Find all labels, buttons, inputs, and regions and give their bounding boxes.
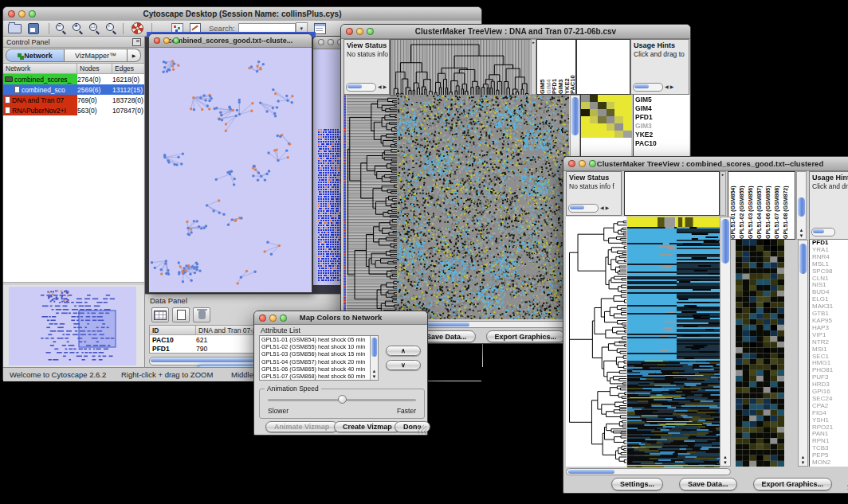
- matrix-cell[interactable]: [607, 102, 615, 109]
- dialog-titlebar[interactable]: Map Colors to Network: [254, 311, 427, 325]
- attribute-list-item[interactable]: GPL51-03 (GSM856) heat shock 15 min: [260, 350, 378, 357]
- heatmap-hscrollbar[interactable]: [566, 468, 731, 475]
- minimize-icon[interactable]: [579, 160, 586, 167]
- matrix-cell[interactable]: [614, 131, 623, 138]
- gene-label[interactable]: BUD4: [812, 289, 848, 296]
- minimize-icon[interactable]: [328, 39, 334, 45]
- matrix-cell[interactable]: [590, 102, 599, 109]
- id-column-header[interactable]: ID: [150, 326, 196, 335]
- column-labels-scrollbar[interactable]: ▲▼: [796, 171, 807, 240]
- create-vizmap-button[interactable]: Create Vizmap: [334, 421, 401, 432]
- gene-label[interactable]: GPI16: [812, 389, 848, 396]
- scroll-left-icon[interactable]: ◀: [600, 205, 604, 212]
- matrix-cell[interactable]: [598, 131, 607, 138]
- main-title-bar[interactable]: Cytoscape Desktop (Session Name: collins…: [3, 7, 481, 21]
- tab-network[interactable]: Network: [6, 49, 65, 62]
- array-column-label[interactable]: GPL51-06 (GSM865): [765, 172, 774, 239]
- gene-label[interactable]: NIS1: [812, 282, 848, 289]
- select-attributes-button[interactable]: [151, 307, 169, 322]
- matrix-cell[interactable]: [598, 102, 607, 109]
- treeview-button[interactable]: Settings...: [611, 478, 663, 490]
- matrix-cell[interactable]: [581, 123, 590, 131]
- close-icon[interactable]: [346, 28, 353, 35]
- hints-scrollbar[interactable]: [811, 228, 835, 236]
- splitter-strip[interactable]: ▸: [720, 171, 726, 216]
- attribute-list-item[interactable]: GPL51-02 (GSM855) heat shock 10 min: [260, 343, 378, 350]
- matrix-cell[interactable]: [590, 109, 599, 116]
- matrix-cell[interactable]: [598, 116, 607, 123]
- gene-label[interactable]: MON2: [812, 459, 848, 467]
- gene-label[interactable]: YSH1: [812, 417, 848, 424]
- scroll-up-icon[interactable]: ▲: [723, 455, 728, 459]
- matrix-cell[interactable]: [614, 102, 623, 109]
- matrix-cell[interactable]: [581, 109, 590, 116]
- gene-label[interactable]: SPC98: [812, 268, 848, 275]
- matrix-cell[interactable]: [607, 109, 615, 116]
- gene-label[interactable]: PUF3: [812, 374, 848, 381]
- scroll-down-icon[interactable]: ▼: [801, 460, 806, 465]
- gene-label[interactable]: PEP5: [812, 452, 848, 459]
- save-session-icon[interactable]: [28, 23, 39, 34]
- scroll-up-icon[interactable]: ▲: [801, 455, 806, 459]
- status-scrollbar[interactable]: [346, 83, 376, 92]
- heatmap-vscrollbar[interactable]: ▲▼: [720, 217, 731, 467]
- similarity-matrix[interactable]: [581, 95, 632, 138]
- network-tree-row[interactable]: combined_sco 2569(6) 13112(15): [3, 84, 144, 95]
- gene-label[interactable]: MSL1: [812, 261, 848, 268]
- zoom-selected-icon[interactable]: □: [89, 23, 100, 33]
- tab-vizmapper[interactable]: VizMapper™: [65, 49, 128, 62]
- scroll-right-icon[interactable]: ▶: [670, 84, 674, 91]
- array-column-label[interactable]: GPL51-04 (GSM857): [756, 172, 765, 239]
- treeview-button[interactable]: Save Data...: [679, 478, 737, 490]
- scroll-up-icon[interactable]: ▲: [372, 369, 377, 373]
- treeview-button[interactable]: Export Graphics...: [486, 330, 566, 342]
- gene-label[interactable]: RPN1: [812, 438, 848, 445]
- matrix-cell[interactable]: [614, 123, 623, 131]
- gene-label[interactable]: RPO21: [812, 424, 848, 432]
- column-header-nodes[interactable]: Nodes: [77, 64, 112, 74]
- gene-label[interactable]: MSI1: [812, 346, 848, 354]
- zoom-vscrollbar[interactable]: ▲▼: [798, 240, 808, 467]
- open-session-icon[interactable]: [8, 24, 22, 33]
- treeview2-titlebar[interactable]: ClusterMaker TreeView : combined_scores_…: [563, 157, 848, 171]
- array-column-label[interactable]: GPL51-01 (GSM854): [730, 172, 739, 239]
- animate-vizmap-button[interactable]: Animate Vizmap: [265, 421, 338, 432]
- move-up-button[interactable]: ∧: [386, 346, 421, 356]
- scroll-left-icon[interactable]: ◀: [378, 84, 382, 91]
- gene-label[interactable]: CLN1: [812, 275, 848, 283]
- close-icon[interactable]: [318, 39, 324, 45]
- zoom-fit-icon[interactable]: ▫: [106, 23, 116, 33]
- matrix-cell[interactable]: [614, 116, 623, 123]
- close-icon[interactable]: [154, 37, 160, 44]
- gene-label[interactable]: HRD3: [812, 381, 848, 389]
- matrix-row-label[interactable]: YKE2: [635, 131, 689, 139]
- matrix-row-label[interactable]: GIM3: [635, 122, 689, 131]
- matrix-cell[interactable]: [581, 131, 590, 138]
- attribute-list-scrollbar[interactable]: ▲▼: [370, 336, 378, 380]
- speed-slider-thumb[interactable]: [338, 395, 347, 404]
- network-view-canvas[interactable]: [149, 48, 312, 292]
- delete-attribute-button[interactable]: [193, 307, 210, 322]
- network-tree-row[interactable]: DNA and Tran 07 769(0) 183728(0): [3, 95, 144, 105]
- matrix-cell[interactable]: [623, 109, 632, 116]
- heatmap-main[interactable]: [627, 217, 720, 467]
- scroll-down-icon[interactable]: ▼: [372, 374, 377, 379]
- minimize-icon[interactable]: [356, 28, 363, 35]
- column-dendrogram[interactable]: [390, 39, 532, 96]
- scroll-right-icon[interactable]: ▶: [606, 205, 610, 212]
- scroll-down-icon[interactable]: ▼: [723, 460, 728, 465]
- close-icon[interactable]: [8, 10, 15, 18]
- matrix-row-label[interactable]: GIM5: [635, 96, 689, 104]
- matrix-column-label[interactable]: PFD1: [551, 40, 557, 94]
- status-scrollbar[interactable]: [568, 204, 599, 213]
- treeview-button[interactable]: Export Graphics...: [753, 478, 833, 490]
- attribute-list-item[interactable]: GPL51-06 (GSM865) heat shock 40 min: [260, 365, 378, 373]
- zoom-window-icon[interactable]: [173, 37, 179, 44]
- network-frame-titlebar[interactable]: combined_scores_good.txt--cluste...: [149, 34, 312, 48]
- scroll-right-icon[interactable]: ▶: [383, 84, 387, 91]
- gene-label[interactable]: RNR4: [812, 254, 848, 261]
- gene-label[interactable]: MAK31: [812, 303, 848, 311]
- matrix-row-label[interactable]: PAC10: [635, 139, 689, 148]
- matrix-cell[interactable]: [581, 102, 590, 109]
- matrix-cell[interactable]: [607, 116, 615, 123]
